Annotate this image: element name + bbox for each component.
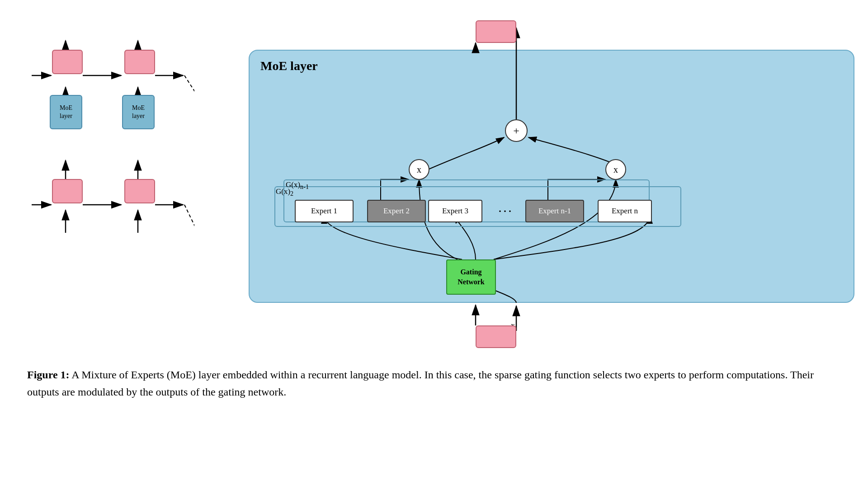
main-diagram-wrapper: MoElayer MoElayer MoE layer bbox=[27, 14, 841, 357]
multiply-2: x bbox=[605, 159, 626, 180]
expert1: Expert 1 bbox=[295, 200, 354, 222]
left-top-pink-1 bbox=[52, 50, 83, 74]
input-pink bbox=[476, 325, 516, 348]
caption-text: A Mixture of Experts (MoE) layer embedde… bbox=[27, 369, 814, 398]
moe-big-container: MoE layer bbox=[249, 50, 854, 303]
moe-big-title: MoE layer bbox=[260, 59, 318, 73]
left-top-pink-2 bbox=[124, 50, 155, 74]
plus-op: + bbox=[505, 119, 528, 142]
figure-caption: Figure 1: A Mixture of Experts (MoE) lay… bbox=[27, 366, 841, 401]
moe-svg-arrows bbox=[250, 51, 854, 302]
expertn1: Expert n-1 bbox=[525, 200, 584, 222]
svg-line-37 bbox=[184, 75, 194, 108]
svg-line-38 bbox=[184, 205, 194, 249]
expertn: Expert n bbox=[598, 200, 652, 222]
gating-network: GatingNetwork bbox=[446, 259, 496, 295]
expert3: Expert 3 bbox=[428, 200, 482, 222]
output-pink bbox=[476, 20, 516, 43]
left-moe-2: MoElayer bbox=[122, 95, 155, 129]
left-bottom-pink-1 bbox=[52, 179, 83, 203]
gxn1-text: G(x)n-1 bbox=[286, 180, 309, 191]
left-moe-1: MoElayer bbox=[50, 95, 82, 129]
multiply-1: x bbox=[409, 159, 429, 180]
expert-ellipsis: · · · bbox=[489, 200, 521, 222]
figure-label: Figure 1: bbox=[27, 369, 70, 381]
expert2: Expert 2 bbox=[367, 200, 426, 222]
left-bottom-pink-2 bbox=[124, 179, 155, 203]
